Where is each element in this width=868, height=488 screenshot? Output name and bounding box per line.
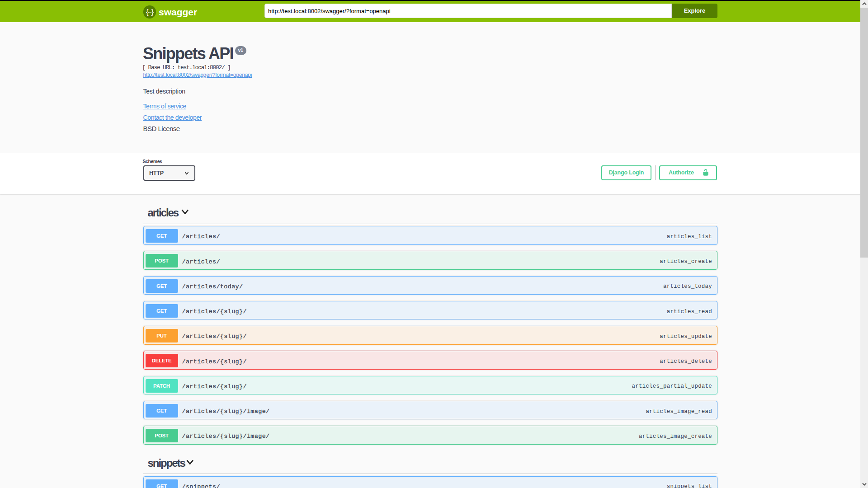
svg-text:}: } [151,8,154,16]
svg-text:{: { [146,8,148,16]
